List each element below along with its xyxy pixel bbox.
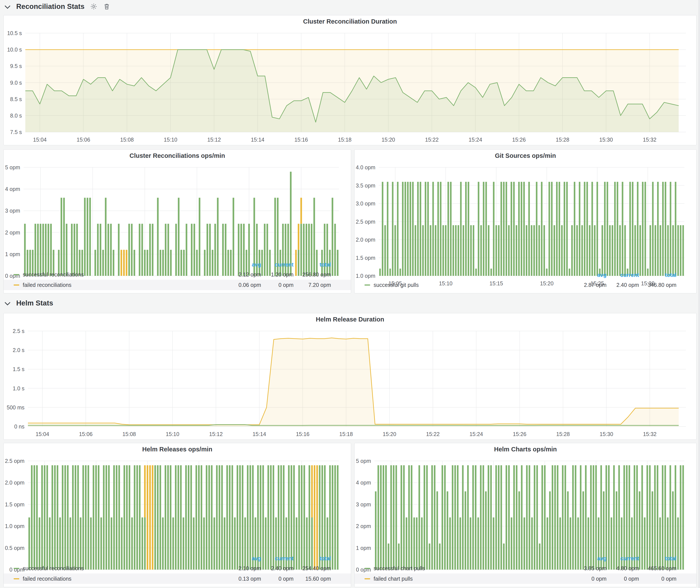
y-axis-label: 500 ms bbox=[7, 404, 24, 410]
legend-series-label[interactable]: failed reconciliations bbox=[23, 282, 71, 288]
x-axis-label: 15:08 bbox=[122, 431, 136, 437]
x-axis-label: 15:18 bbox=[338, 137, 352, 143]
gear-icon[interactable] bbox=[90, 3, 97, 10]
y-axis-label: 7.5 s bbox=[10, 129, 22, 135]
y-axis-label: 3.0 opm bbox=[356, 200, 375, 207]
x-axis-label: 15:06 bbox=[77, 137, 90, 143]
y-axis-label: 4 opm bbox=[5, 186, 20, 192]
y-axis-label: 5 opm bbox=[5, 164, 20, 170]
legend-value-total: 256.80 opm bbox=[275, 269, 331, 280]
y-axis-label: 1 opm bbox=[356, 545, 371, 551]
legend: avgcurrenttotalsuccessful chart pulls3.8… bbox=[355, 552, 696, 587]
x-axis-label: 15:30 bbox=[599, 137, 613, 143]
panel-helm-release-duration: Helm Release Duration 0 ns500 ms1.0 s1.5… bbox=[3, 313, 697, 440]
legend: avgcurrenttotalsuccessful git pulls2.87 … bbox=[355, 269, 696, 293]
y-axis-label: 3.5 opm bbox=[356, 183, 375, 189]
section-title[interactable]: Helm Stats bbox=[16, 299, 53, 307]
legend-row: successful reconciliations2.10 opm2.40 o… bbox=[4, 563, 351, 573]
legend-row: failed chart pulls0 opm0 opm0 opm bbox=[355, 573, 696, 584]
x-axis-label: 15:08 bbox=[120, 137, 134, 143]
panel-helm-releases-opm: Helm Releases ops/min 0 opm0.5 opm1.0 op… bbox=[3, 443, 351, 587]
trash-icon[interactable] bbox=[103, 3, 110, 10]
git-sources-chart[interactable]: 1.0 opm1.5 opm2.0 opm2.5 opm3.0 opm3.5 o… bbox=[355, 162, 696, 269]
x-axis-label: 15:30 bbox=[600, 431, 613, 437]
helm-release-duration-chart[interactable]: 0 ns500 ms1.0 s1.5 s2.0 s2.5 s15:0415:06… bbox=[4, 325, 696, 439]
legend-column-total[interactable]: total bbox=[620, 272, 676, 278]
cluster-reconciliations-chart[interactable]: 0 opm1 opm2 opm3 opm4 opm5 opm15:0515:10… bbox=[4, 162, 351, 258]
legend-series-label[interactable]: failed reconciliations bbox=[23, 576, 71, 582]
section-helm-stats[interactable]: Helm Stats bbox=[0, 297, 53, 309]
legend-value-total: 346.80 opm bbox=[620, 280, 676, 290]
legend-value-total: 0 opm bbox=[620, 573, 676, 584]
panel-title[interactable]: Cluster Reconciliation Duration bbox=[4, 15, 696, 27]
x-axis-label: 15:20 bbox=[383, 431, 396, 437]
cluster-reconciliation-duration-chart[interactable]: 7.5 s8.0 s8.5 s9.0 s9.5 s10.0 s10.5 s15:… bbox=[4, 27, 696, 145]
panel-cluster-reconciliation-duration: Cluster Reconciliation Duration 7.5 s8.0… bbox=[3, 15, 697, 145]
x-axis-label: 15:26 bbox=[513, 431, 526, 437]
legend-row: successful chart pulls3.85 opm4.80 opm46… bbox=[355, 563, 696, 573]
x-axis-label: 15:14 bbox=[253, 431, 266, 437]
x-axis-label: 15:28 bbox=[556, 431, 570, 437]
legend-series-label[interactable]: failed chart pulls bbox=[374, 576, 413, 582]
legend: avgcurrenttotalsuccessful reconciliation… bbox=[4, 258, 351, 293]
panel-title[interactable]: Helm Releases ops/min bbox=[4, 443, 351, 455]
panel-cluster-reconciliations-opm: Cluster Reconciliations ops/min 0 opm1 o… bbox=[3, 149, 351, 293]
y-axis-label: 2.5 s bbox=[13, 328, 24, 334]
y-axis-label: 3 opm bbox=[5, 208, 20, 214]
x-axis-label: 15:32 bbox=[643, 431, 657, 437]
x-axis-label: 15:24 bbox=[469, 137, 482, 143]
x-axis-label: 15:10 bbox=[166, 431, 179, 437]
legend-header: avgcurrenttotal bbox=[4, 554, 351, 563]
legend-series-label[interactable]: successful reconciliations bbox=[23, 565, 84, 572]
y-axis-label: 1.5 s bbox=[13, 366, 24, 372]
chevron-down-icon bbox=[5, 3, 10, 9]
legend-header: avgcurrenttotal bbox=[4, 260, 351, 269]
series-swatch-icon bbox=[14, 274, 19, 275]
series-swatch-icon bbox=[365, 578, 370, 579]
legend-column-total[interactable]: total bbox=[275, 262, 331, 268]
y-axis-label: 2.5 opm bbox=[356, 219, 375, 225]
helm-releases-chart[interactable]: 0 opm0.5 opm1.0 opm1.5 opm2.0 opm2.5 opm… bbox=[4, 455, 351, 552]
legend-header: avgcurrenttotal bbox=[355, 554, 696, 563]
y-axis-label: 9.5 s bbox=[10, 63, 22, 69]
x-axis-label: 15:14 bbox=[251, 137, 265, 143]
y-axis-label: 2 opm bbox=[356, 523, 371, 529]
legend-series-label[interactable]: successful reconciliations bbox=[23, 271, 84, 278]
y-axis-label: 8.5 s bbox=[10, 96, 22, 102]
panel-title[interactable]: Cluster Reconciliations ops/min bbox=[4, 150, 351, 162]
legend-series-label[interactable]: successful git pulls bbox=[374, 282, 419, 288]
y-axis-label: 0.5 opm bbox=[5, 545, 24, 551]
legend-header: avgcurrenttotal bbox=[355, 270, 696, 280]
y-axis-label: 2.0 opm bbox=[356, 237, 375, 243]
y-axis-label: 2 opm bbox=[5, 229, 20, 236]
y-axis-label: 2.0 opm bbox=[5, 480, 24, 486]
legend-value-total: 254.40 opm bbox=[275, 563, 331, 573]
helm-charts-chart[interactable]: 0 opm1 opm2 opm3 opm4 opm5 opm15:0515:10… bbox=[355, 455, 696, 552]
x-axis-label: 15:16 bbox=[296, 431, 310, 437]
x-axis-label: 15:26 bbox=[512, 137, 526, 143]
panel-title[interactable]: Helm Release Duration bbox=[4, 313, 696, 325]
legend-column-total[interactable]: total bbox=[275, 555, 331, 562]
series-swatch-icon bbox=[365, 568, 370, 569]
legend-value-total: 15.60 opm bbox=[275, 573, 331, 584]
y-axis-label: 1 opm bbox=[5, 251, 20, 257]
legend-row: failed reconciliations0.13 opm0 opm15.60… bbox=[4, 573, 351, 584]
x-axis-label: 15:16 bbox=[294, 137, 308, 143]
x-axis-label: 15:20 bbox=[382, 137, 395, 143]
page-scrollbar[interactable] bbox=[698, 0, 700, 588]
y-axis-label: 1.5 opm bbox=[356, 255, 375, 261]
legend-row: successful reconciliations2.12 opm1.20 o… bbox=[4, 269, 351, 280]
panel-title[interactable]: Git Sources ops/min bbox=[355, 150, 696, 162]
x-axis-label: 15:12 bbox=[207, 137, 221, 143]
legend-row: successful git pulls2.87 opm2.40 opm346.… bbox=[355, 280, 696, 290]
panel-title[interactable]: Helm Charts ops/min bbox=[355, 443, 696, 455]
x-axis-label: 15:10 bbox=[164, 137, 177, 143]
x-axis-label: 15:22 bbox=[425, 137, 439, 143]
x-axis-label: 15:28 bbox=[556, 137, 569, 143]
series-swatch-icon bbox=[14, 568, 19, 569]
section-title[interactable]: Reconciliation Stats bbox=[16, 2, 84, 11]
section-reconciliation-stats[interactable]: Reconciliation Stats bbox=[0, 0, 110, 13]
legend-series-label[interactable]: successful chart pulls bbox=[374, 565, 425, 572]
series-swatch-icon bbox=[14, 578, 19, 579]
legend-column-total[interactable]: total bbox=[620, 555, 676, 562]
